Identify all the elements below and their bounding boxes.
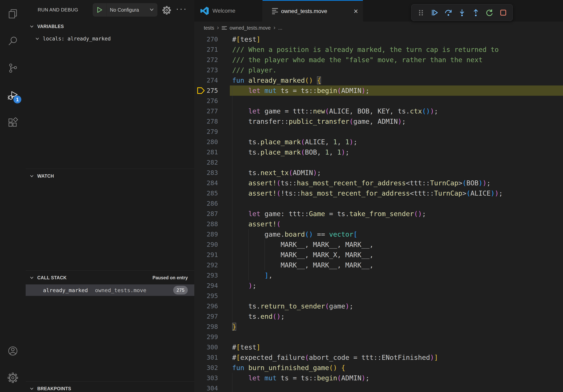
gutter[interactable]: 285 [194,188,230,198]
restart-icon[interactable] [485,8,494,17]
code-line[interactable]: 278 transfer::public_transfer(game, ADMI… [194,116,563,127]
launch-config-dropdown[interactable]: No Configura [93,3,157,17]
code-line[interactable]: 274fun already_marked() { [194,75,563,85]
gutter[interactable]: 287 [194,209,230,219]
code-line[interactable]: 286 [194,198,563,209]
gutter[interactable]: 286 [194,198,230,209]
gutter[interactable]: 273 [194,65,230,75]
gutter[interactable]: 288 [194,219,230,229]
code-line[interactable]: 300#[test] [194,342,563,352]
gutter[interactable]: 298 [194,322,230,332]
code-line[interactable]: 292 MARK__, MARK__, MARK__, [194,260,563,270]
code-line[interactable]: 272/// the player who made the "false" m… [194,55,563,65]
gutter[interactable]: 280 [194,137,230,147]
stop-icon[interactable] [499,8,508,17]
code-line[interactable]: 273/// player. [194,65,563,75]
gutter[interactable]: 292 [194,260,230,270]
section-call-stack[interactable]: CALL STACK Paused on entry [26,273,194,283]
code-line[interactable]: 298} [194,322,563,332]
gutter[interactable]: 289 [194,229,230,239]
gutter[interactable]: 279 [194,127,230,137]
gutter[interactable]: 303 [194,373,230,383]
gutter[interactable]: 300 [194,342,230,352]
breadcrumb-item-tests[interactable]: tests [204,25,214,31]
gutter[interactable]: 290 [194,239,230,250]
continue-icon[interactable] [430,8,439,17]
gutter[interactable]: 296 [194,301,230,311]
gutter[interactable]: 276 [194,96,230,106]
gutter[interactable]: 274 [194,75,230,85]
start-debug-icon[interactable] [93,3,107,17]
code-line[interactable]: 282 [194,157,563,168]
code-line[interactable]: 301#[expected_failure(abort_code = ttt::… [194,352,563,363]
breadcrumb-item-file[interactable]: owned_tests.move [230,25,271,31]
code-line[interactable]: 293 ], [194,270,563,280]
gutter[interactable]: 293 [194,270,230,280]
gutter[interactable]: 301 [194,352,230,363]
call-stack-frame-row[interactable]: already_marked owned_tests.move 275 [26,284,194,296]
code-line[interactable]: 285 assert!(!ts::has_most_recent_for_add… [194,188,563,198]
toolbar-grip-icon[interactable] [417,8,425,17]
breadcrumb-item-symbol[interactable]: ... [278,25,282,31]
code-line[interactable]: 302fun burn_unfinished_game() { [194,363,563,373]
gutter[interactable]: 281 [194,147,230,157]
variables-scope-locals[interactable]: locals: already_marked [26,34,194,44]
gutter[interactable]: 277 [194,106,230,116]
gutter[interactable]: 270 [194,34,230,44]
gutter[interactable]: 291 [194,250,230,260]
code-line[interactable]: 295 [194,291,563,301]
account-icon[interactable] [0,340,26,362]
gutter[interactable]: 304 [194,383,230,392]
gutter[interactable]: 271 [194,44,230,55]
gutter[interactable]: 275 [194,85,230,96]
gutter[interactable]: 272 [194,55,230,65]
code-line[interactable]: 281 ts.place_mark(BOB, 1, 1); [194,147,563,157]
code-line[interactable]: 303 let mut ts = ts::begin(ADMIN); [194,373,563,383]
code-line[interactable]: 290 MARK__, MARK__, MARK__, [194,239,563,250]
gutter[interactable]: 302 [194,363,230,373]
code-line[interactable]: 297 ts.end(); [194,311,563,322]
code-line[interactable]: 283 ts.next_tx(ADMIN); [194,168,563,178]
code-line[interactable]: 287 let game: ttt::Game = ts.take_from_s… [194,209,563,219]
code-line[interactable]: 276 [194,96,563,106]
gutter[interactable]: 284 [194,178,230,188]
gutter[interactable]: 295 [194,291,230,301]
code-line[interactable]: 299 [194,332,563,342]
code-line[interactable]: 270#[test] [194,34,563,44]
step-out-icon[interactable] [472,8,480,17]
tab-welcome[interactable]: Welcome [194,0,263,22]
section-breakpoints[interactable]: BREAKPOINTS [26,383,194,392]
step-over-icon[interactable] [444,8,453,17]
gutter[interactable]: 282 [194,157,230,168]
code-area[interactable]: 270#[test]271/// When a position is alre… [194,34,563,392]
gutter[interactable]: 294 [194,280,230,291]
gutter[interactable]: 297 [194,311,230,322]
gutter[interactable]: 299 [194,332,230,342]
close-icon[interactable]: × [354,8,358,15]
step-into-icon[interactable] [458,8,466,17]
code-line[interactable]: 289 game.board() == vector[ [194,229,563,239]
tab-owned-tests-move[interactable]: owned_tests.move × [263,0,363,22]
code-line[interactable]: 294 ); [194,280,563,291]
gutter[interactable]: 283 [194,168,230,178]
run-and-debug-icon[interactable]: 1 [0,84,26,106]
code-line[interactable]: 280 ts.place_mark(ALICE, 1, 1); [194,137,563,147]
code-line[interactable]: 291 MARK__, MARK_X, MARK__, [194,250,563,260]
code-line[interactable]: 288 assert!( [194,219,563,229]
code-line[interactable]: 304 [194,383,563,392]
code-line[interactable]: 284 assert!(ts::has_most_recent_for_addr… [194,178,563,188]
code-line[interactable]: 275 let mut ts = ts::begin(ADMIN); [194,85,563,96]
debug-settings-gear-icon[interactable] [162,6,171,15]
source-control-icon[interactable] [0,57,26,79]
code-line[interactable]: 296 ts.return_to_sender(game); [194,301,563,311]
gutter[interactable]: 278 [194,116,230,127]
search-icon[interactable] [0,30,26,52]
code-line[interactable]: 279 [194,127,563,137]
code-line[interactable]: 277 let game = ttt::new(ALICE, BOB, KEY,… [194,106,563,116]
extensions-icon[interactable] [0,112,26,133]
settings-gear-icon[interactable] [0,367,26,389]
section-watch[interactable]: WATCH [26,171,194,181]
explorer-icon[interactable] [0,3,26,25]
section-variables[interactable]: VARIABLES [26,21,194,32]
code-line[interactable]: 271/// When a position is already marked… [194,44,563,55]
